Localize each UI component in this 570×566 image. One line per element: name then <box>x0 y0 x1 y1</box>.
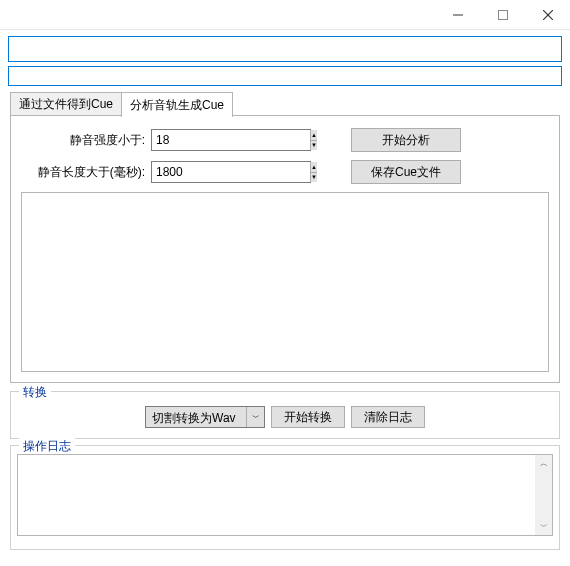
tab-content: 静音强度小于: ▲ ▼ 开始分析 静音长度大于(毫秒): ▲ ▼ 保存Cue文件 <box>10 116 560 383</box>
intensity-down-icon[interactable]: ▼ <box>311 141 317 151</box>
log-group: 操作日志 ︿ ﹀ <box>10 445 560 550</box>
intensity-up-icon[interactable]: ▲ <box>311 130 317 141</box>
length-spinner[interactable]: ▲ ▼ <box>151 161 311 183</box>
log-scrollbar[interactable]: ︿ ﹀ <box>535 455 552 535</box>
scroll-up-icon[interactable]: ︿ <box>535 455 552 472</box>
save-cue-button[interactable]: 保存Cue文件 <box>351 160 461 184</box>
chevron-down-icon[interactable]: ﹀ <box>246 407 264 427</box>
start-analysis-button[interactable]: 开始分析 <box>351 128 461 152</box>
clear-log-button[interactable]: 清除日志 <box>351 406 425 428</box>
tab-file-cue[interactable]: 通过文件得到Cue <box>10 92 122 116</box>
titlebar <box>0 0 570 30</box>
top-input-2[interactable] <box>8 66 562 86</box>
intensity-spinner[interactable]: ▲ ▼ <box>151 129 311 151</box>
convert-group: 转换 切割转换为Wav ﹀ 开始转换 清除日志 <box>10 391 560 439</box>
maximize-button[interactable] <box>480 0 525 29</box>
length-down-icon[interactable]: ▼ <box>311 173 317 183</box>
svg-rect-1 <box>498 10 507 19</box>
convert-format-value: 切割转换为Wav <box>146 407 246 427</box>
intensity-input[interactable] <box>152 130 310 150</box>
scroll-down-icon[interactable]: ﹀ <box>535 518 552 535</box>
log-textarea[interactable]: ︿ ﹀ <box>17 454 553 536</box>
convert-group-label: 转换 <box>19 384 51 401</box>
tab-analyze-cue[interactable]: 分析音轨生成Cue <box>121 92 233 117</box>
convert-format-combo[interactable]: 切割转换为Wav ﹀ <box>145 406 265 428</box>
length-up-icon[interactable]: ▲ <box>311 162 317 173</box>
start-convert-button[interactable]: 开始转换 <box>271 406 345 428</box>
minimize-button[interactable] <box>435 0 480 29</box>
close-button[interactable] <box>525 0 570 29</box>
top-input-1[interactable] <box>8 36 562 62</box>
result-area[interactable] <box>21 192 549 372</box>
intensity-label: 静音强度小于: <box>21 132 151 149</box>
length-label: 静音长度大于(毫秒): <box>21 164 151 181</box>
log-group-label: 操作日志 <box>19 438 75 455</box>
length-input[interactable] <box>152 162 310 182</box>
tabs-row: 通过文件得到Cue 分析音轨生成Cue <box>10 94 560 116</box>
